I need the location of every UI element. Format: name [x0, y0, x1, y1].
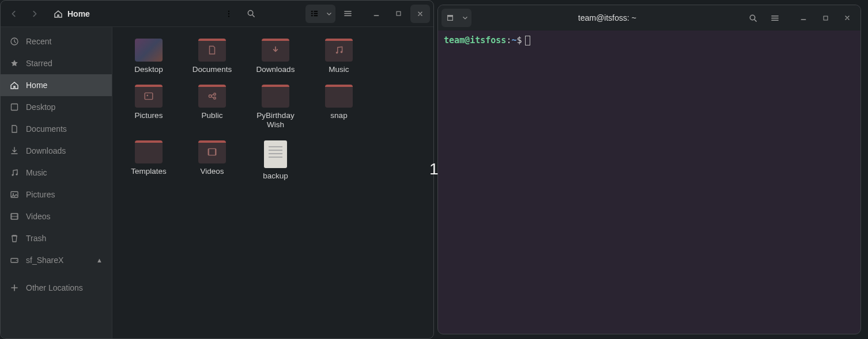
hamburger-icon — [771, 14, 779, 22]
file-label: snap — [330, 111, 347, 120]
sidebar-item-starred[interactable]: Starred — [1, 52, 112, 74]
terminal-menu-button[interactable] — [765, 9, 784, 27]
sidebar-item-pictures[interactable]: Pictures — [1, 184, 112, 205]
eject-icon[interactable]: ▲ — [96, 257, 103, 264]
svg-point-24 — [209, 95, 212, 98]
close-icon — [417, 10, 424, 17]
minimize-icon — [800, 14, 807, 21]
file-item-backup[interactable]: backup — [244, 137, 307, 184]
svg-point-14 — [16, 173, 17, 175]
terminal-cursor — [525, 36, 530, 45]
svg-rect-31 — [824, 16, 828, 20]
close-button[interactable] — [410, 5, 430, 23]
svg-point-21 — [341, 51, 343, 54]
sidebar-item-sfsharex[interactable]: sf_ShareX ▲ — [1, 249, 112, 271]
sidebar-item-downloads[interactable]: Downloads — [1, 140, 112, 162]
svg-rect-5 — [314, 11, 318, 12]
svg-rect-8 — [311, 15, 312, 16]
file-label: Documents — [193, 65, 232, 74]
file-item-pybirthdaywish[interactable]: PyBirthday Wish — [244, 81, 307, 133]
trash-icon — [10, 234, 19, 243]
sidebar-item-trash[interactable]: Trash — [1, 227, 112, 249]
file-label: PyBirthday Wish — [256, 111, 294, 129]
breadcrumb[interactable]: Home — [50, 9, 93, 18]
svg-rect-22 — [145, 93, 153, 100]
new-tab-icon — [446, 14, 454, 22]
list-details-icon — [310, 9, 319, 18]
file-item-templates[interactable]: Templates — [117, 137, 180, 184]
sidebar-item-other-locations[interactable]: Other Locations — [1, 277, 112, 299]
sidebar-item-documents[interactable]: Documents — [1, 118, 112, 140]
file-label: Public — [202, 111, 223, 120]
clock-icon — [10, 37, 19, 46]
chevron-down-icon — [326, 11, 332, 17]
sidebar-item-label: Pictures — [26, 190, 103, 199]
search-icon — [749, 14, 757, 22]
file-item-videos[interactable]: Videos — [180, 137, 244, 184]
svg-rect-12 — [12, 104, 18, 111]
svg-point-30 — [750, 15, 754, 20]
sidebar-item-label: Home — [26, 81, 103, 90]
kebab-icon — [225, 10, 233, 18]
folder-icon — [325, 39, 353, 62]
folder-icon — [262, 85, 289, 108]
terminal-maximize-button[interactable] — [816, 9, 835, 27]
new-tab-button[interactable] — [441, 9, 459, 27]
file-item-music[interactable]: Music — [307, 35, 371, 78]
file-item-pictures[interactable]: Pictures — [117, 81, 180, 133]
sidebar-item-home[interactable]: Home — [1, 74, 112, 96]
home-icon — [54, 9, 63, 18]
sidebar-item-recent[interactable]: Recent — [1, 31, 112, 52]
view-options-button[interactable] — [323, 5, 335, 23]
file-grid[interactable]: Desktop Documents Downloads Music Pictur… — [112, 27, 433, 338]
sidebar-item-label: Recent — [26, 37, 103, 46]
terminal-search-button[interactable] — [743, 9, 763, 27]
hamburger-icon — [344, 9, 352, 18]
folder-icon — [198, 140, 226, 163]
terminal-body[interactable]: team@itsfoss:~$ — [438, 31, 861, 334]
folder-icon — [135, 140, 163, 163]
svg-rect-27 — [208, 148, 216, 155]
file-item-documents[interactable]: Documents — [180, 35, 244, 78]
maximize-button[interactable] — [388, 5, 408, 23]
folder-icon — [198, 85, 226, 108]
sidebar-item-label: Documents — [26, 124, 103, 134]
square-icon — [10, 102, 19, 112]
sidebar-item-label: Videos — [26, 212, 103, 221]
plus-icon — [10, 283, 19, 292]
folder-icon — [135, 85, 163, 108]
svg-point-19 — [16, 260, 17, 261]
fm-headerbar: Home — [1, 1, 433, 27]
folder-icon — [262, 39, 289, 62]
icon-view-button[interactable] — [305, 5, 323, 23]
file-item-downloads[interactable]: Downloads — [244, 35, 307, 78]
sidebar-item-label: Desktop — [26, 102, 103, 112]
terminal-minimize-button[interactable] — [794, 9, 813, 27]
drive-icon — [10, 256, 19, 265]
back-button[interactable] — [4, 5, 24, 23]
svg-point-0 — [228, 10, 229, 12]
file-item-public[interactable]: Public — [180, 81, 244, 133]
file-label: backup — [263, 172, 288, 181]
sidebar-item-music[interactable]: Music — [1, 162, 112, 184]
sidebar-item-videos[interactable]: Videos — [1, 205, 112, 227]
sidebar: Recent Starred Home Desktop Documents Do… — [1, 27, 112, 338]
terminal-close-button[interactable] — [837, 9, 857, 27]
file-item-desktop[interactable]: Desktop — [117, 35, 180, 78]
file-manager-window: Home — [0, 0, 434, 339]
tab-dropdown-button[interactable] — [459, 9, 471, 27]
document-icon — [10, 124, 19, 134]
hamburger-menu-button[interactable] — [338, 5, 357, 23]
video-icon — [10, 212, 19, 221]
minimize-button[interactable] — [367, 5, 386, 23]
file-label: Desktop — [134, 65, 163, 74]
folder-icon — [198, 39, 226, 62]
svg-point-25 — [214, 93, 216, 96]
file-item-snap[interactable]: snap — [307, 81, 371, 133]
svg-rect-29 — [448, 16, 453, 17]
search-button[interactable] — [241, 5, 261, 23]
kebab-menu-button[interactable] — [219, 5, 239, 23]
forward-button[interactable] — [25, 5, 44, 23]
sidebar-item-desktop[interactable]: Desktop — [1, 96, 112, 118]
folder-icon — [325, 85, 353, 108]
